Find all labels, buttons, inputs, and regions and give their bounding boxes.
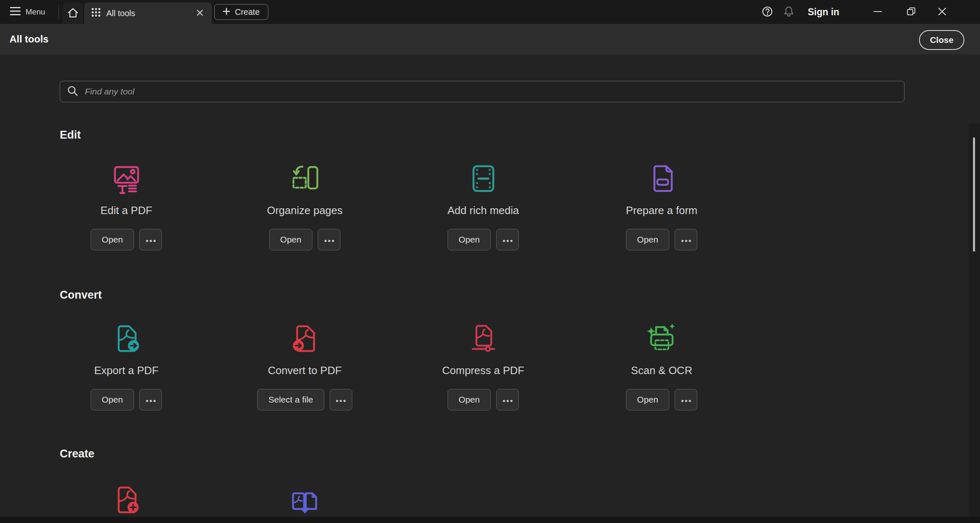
restore-button[interactable] (900, 0, 923, 24)
page-title: All tools (9, 24, 49, 54)
tab-home[interactable] (63, 2, 83, 24)
close-all-tools-button[interactable]: Close (919, 30, 964, 50)
convert-tools-row: Export a PDF Open Convert to PDF Select … (37, 321, 751, 410)
tab-close-button[interactable] (195, 8, 204, 19)
more-options-button[interactable] (330, 389, 352, 410)
tool-label: Convert to PDF (268, 364, 342, 377)
tool-label: Add rich media (448, 204, 519, 217)
prepare-form-icon (645, 161, 679, 196)
tool-card-organize-pages: Organize pages Open (216, 161, 394, 250)
open-button[interactable]: Open (91, 229, 134, 250)
edit-pdf-icon (109, 161, 144, 196)
menu-label: Menu (26, 7, 45, 16)
more-options-button[interactable] (318, 229, 340, 250)
close-icon (938, 7, 947, 17)
open-button[interactable]: Open (91, 389, 134, 410)
bell-icon (783, 5, 795, 19)
search-input[interactable] (84, 86, 898, 97)
tool-label: Organize pages (267, 204, 343, 217)
convert-pdf-icon (288, 321, 322, 356)
ellipsis-icon (145, 235, 156, 245)
acrobat-window: Menu All tools Create (0, 0, 980, 523)
section-label-edit: Edit (60, 129, 81, 141)
close-icon (196, 9, 204, 18)
page-header: All tools Close (0, 24, 980, 54)
rich-media-icon (466, 161, 501, 196)
close-window-button[interactable] (931, 0, 954, 24)
tool-label: Compress a PDF (442, 364, 524, 377)
home-icon (67, 7, 79, 20)
minimize-icon (873, 7, 883, 18)
edit-tools-row: Edit a PDF Open Organize pages Open (37, 161, 751, 250)
section-label-create: Create (60, 448, 94, 460)
sign-in-button[interactable]: Sign in (808, 0, 839, 24)
restore-icon (906, 7, 916, 18)
ellipsis-icon (681, 235, 692, 245)
create-tab-button[interactable]: Create (214, 4, 268, 20)
search-box (60, 81, 905, 102)
tool-label: Edit a PDF (101, 204, 152, 217)
create-pdf-icon (109, 483, 144, 517)
more-options-button[interactable] (675, 229, 697, 250)
ellipsis-icon (502, 395, 513, 405)
menu-button[interactable]: Menu (10, 0, 45, 24)
ellipsis-icon (145, 395, 156, 405)
scan-ocr-icon (645, 321, 679, 356)
plus-icon (223, 7, 230, 17)
organize-pages-icon (288, 161, 322, 196)
window-bottom-edge (0, 517, 980, 523)
more-options-button[interactable] (139, 389, 162, 410)
tool-card-scan-ocr: Scan & OCR Open (572, 321, 751, 410)
tool-card-export-a-pdf: Export a PDF Open (37, 321, 216, 410)
titlebar: Menu All tools Create (0, 0, 980, 24)
minimize-button[interactable] (866, 0, 889, 24)
help-button[interactable] (758, 0, 776, 24)
scrollbar-thumb[interactable] (973, 137, 975, 252)
tool-card-prepare-a-form: Prepare a form Open (572, 161, 751, 250)
tool-card-edit-a-pdf: Edit a PDF Open (37, 161, 216, 250)
ellipsis-icon (335, 395, 346, 405)
tool-card-combine-files (216, 483, 394, 517)
ellipsis-icon (502, 235, 513, 245)
export-pdf-icon (109, 321, 144, 356)
tab-label: All tools (106, 9, 135, 18)
divider (59, 5, 59, 19)
combine-files-icon (288, 483, 322, 517)
tool-card-convert-to-pdf: Convert to PDF Select a file (216, 321, 394, 410)
more-options-button[interactable] (496, 229, 519, 250)
ellipsis-icon (681, 395, 692, 405)
tool-label: Prepare a form (626, 204, 697, 217)
compress-pdf-icon (466, 321, 501, 356)
open-button[interactable]: Open (626, 389, 669, 410)
tool-label: Scan & OCR (631, 364, 692, 377)
ellipsis-icon (324, 235, 335, 245)
open-button[interactable]: Open (269, 229, 312, 250)
tab-all-tools[interactable]: All tools (84, 2, 212, 24)
tool-card-compress-a-pdf: Compress a PDF Open (394, 321, 572, 410)
more-options-button[interactable] (139, 229, 162, 250)
more-options-button[interactable] (496, 389, 519, 410)
tool-label: Export a PDF (94, 364, 158, 377)
tool-card-add-rich-media: Add rich media Open (394, 161, 572, 250)
hamburger-icon (10, 7, 21, 17)
section-label-convert: Convert (60, 289, 102, 302)
open-button[interactable]: Open (448, 229, 491, 250)
create-tools-row (37, 483, 751, 517)
grid-icon (91, 8, 101, 19)
more-options-button[interactable] (675, 389, 697, 410)
question-icon (761, 5, 774, 19)
search-icon (67, 85, 78, 98)
open-button[interactable]: Open (448, 389, 491, 410)
select-a-file-button[interactable]: Select a file (257, 389, 324, 410)
create-label: Create (235, 7, 260, 17)
open-button[interactable]: Open (626, 229, 669, 250)
notifications-button[interactable] (780, 0, 798, 24)
tool-card-create-pdf (37, 483, 216, 517)
